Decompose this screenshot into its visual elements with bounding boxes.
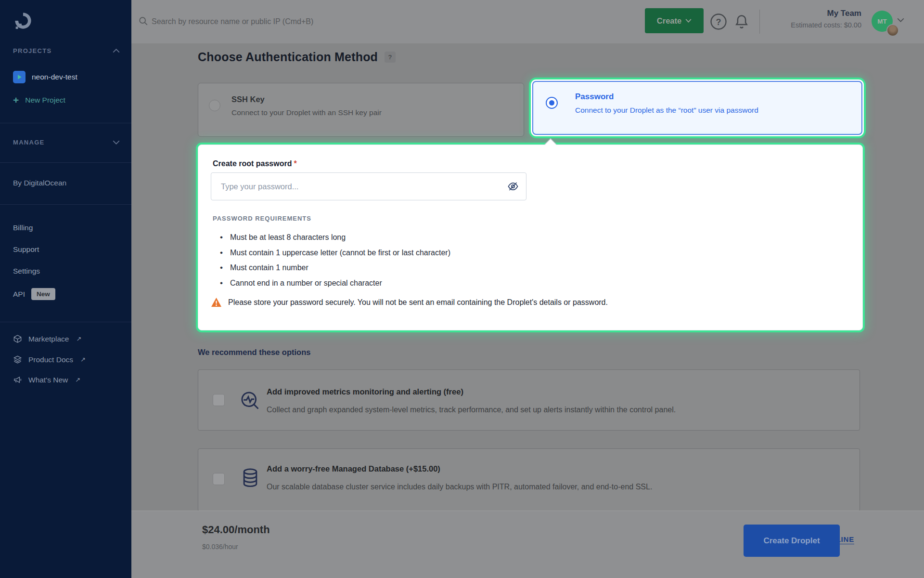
sidebar-section-manage[interactable]: MANAGE [13,139,120,146]
sidebar-item-project[interactable]: neon-dev-test [13,71,120,83]
auth-option-password[interactable]: Password Connect to your Droplet as the … [532,81,862,135]
ssh-radio[interactable] [209,100,220,111]
product-docs-label: Product Docs [28,355,73,364]
chevron-up-icon [113,49,120,53]
layers-icon [13,355,22,364]
sidebar-item-support[interactable]: Support [13,245,120,254]
metrics-monitoring-icon [240,390,261,411]
team-menu[interactable]: My Team Estimated costs: $0.00 [791,9,861,29]
manage-label: MANAGE [13,139,45,146]
api-label: API [13,290,25,299]
form-card-notch [544,138,556,150]
marketplace-label: Marketplace [28,335,69,343]
topbar-divider [759,10,760,34]
sidebar-link-product-docs[interactable]: Product Docs ↗ [13,355,120,364]
sidebar-link-marketplace[interactable]: Marketplace ↗ [13,334,120,343]
password-description: Connect to your Droplet as the “root” us… [575,106,758,115]
new-project-label: New Project [25,96,65,105]
password-warning: Please store your password securely. You… [211,297,608,307]
billing-label: Billing [13,223,33,232]
password-requirements-list: Must be at least 8 characters long Must … [230,230,450,290]
external-link-icon: ↗ [76,335,81,342]
projects-label: PROJECTS [13,47,51,54]
price-monthly: $24.00/month [202,524,270,536]
sidebar-divider [0,123,131,123]
external-link-icon: ↗ [75,376,80,383]
auth-option-ssh-key[interactable]: SSH Key Connect to your Droplet with an … [198,83,524,137]
estimated-costs: Estimated costs: $0.00 [791,21,861,29]
database-icon [240,467,261,488]
price-hourly: $0.036/hour [202,543,238,551]
by-digitalocean-label: By DigitalOcean [13,179,66,187]
requirement-item: Must be at least 8 characters long [230,230,450,245]
requirement-item: Must contain 1 number [230,260,450,276]
recommend-heading: We recommend these options [198,348,310,357]
password-requirements-title: PASSWORD REQUIREMENTS [213,215,311,222]
sidebar-link-whats-new[interactable]: What's New ↗ [13,375,120,384]
footer-bar: $24.00/month $0.036/hour CREATE VIA COMM… [131,511,924,578]
digitalocean-logo-icon [13,11,33,31]
chevron-down-icon [113,140,120,144]
create-button-label: Create [657,16,681,26]
radio-dot [549,100,554,105]
topbar: Create ? My Team Estimated costs: $0.00 … [131,0,924,43]
megaphone-icon [13,375,22,384]
requirement-item: Must contain 1 uppercase letter (cannot … [230,245,450,261]
heading-help-icon[interactable]: ? [385,52,396,63]
project-name: neon-dev-test [32,73,77,81]
search-icon [139,16,148,26]
chevron-down-icon [685,19,692,23]
search-input[interactable] [151,13,449,31]
cube-icon [13,334,22,343]
sidebar-item-by-digitalocean[interactable]: By DigitalOcean [13,179,120,187]
ssh-description: Connect to your Droplet with an SSH key … [231,108,382,117]
sidebar: PROJECTS neon-dev-test + New Project MAN… [0,0,131,578]
sidebar-item-billing[interactable]: Billing [13,223,120,232]
sidebar-divider [0,162,131,163]
avatar-initials: MT [877,18,887,25]
password-radio-selected[interactable] [546,97,558,109]
notifications-bell-icon[interactable] [734,13,750,30]
password-field-label: Create root password* [213,159,297,168]
create-button[interactable]: Create [645,8,704,33]
plus-icon: + [13,97,19,104]
ssh-title: SSH Key [231,95,265,104]
metrics-checkbox[interactable] [213,394,225,406]
whats-new-label: What's New [28,376,68,384]
sidebar-item-settings[interactable]: Settings [13,267,120,276]
api-new-badge: New [31,288,55,300]
option-managed-database[interactable]: Add a worry-free Managed Database (+$15.… [198,448,860,512]
create-droplet-button[interactable]: Create Droplet [744,525,840,557]
settings-label: Settings [13,267,40,276]
sidebar-item-api[interactable]: API New [13,288,120,300]
metrics-description: Collect and graph expanded system-level … [267,406,676,414]
project-icon [13,71,26,83]
external-link-icon: ↗ [80,356,86,363]
page-heading: Choose Authentication Method ? [198,50,396,64]
digitalocean-logo[interactable] [13,11,120,31]
root-password-input[interactable] [211,172,526,200]
database-title: Add a worry-free Managed Database (+$15.… [267,464,440,473]
database-checkbox[interactable] [213,473,225,485]
support-label: Support [13,245,39,254]
sidebar-divider [0,322,131,322]
toggle-password-visibility-icon[interactable] [507,181,519,192]
database-description: Our scalable database cluster service in… [267,483,652,491]
sidebar-item-new-project[interactable]: + New Project [13,96,120,105]
chevron-down-icon[interactable] [897,18,904,22]
help-icon[interactable]: ? [710,13,727,30]
main-content: Choose Authentication Method ? SSH Key C… [131,43,924,511]
sidebar-divider [0,204,131,205]
password-label-text: Create root password [213,159,292,168]
warning-text: Please store your password securely. You… [228,298,608,307]
warning-icon [211,297,222,307]
required-asterisk: * [294,159,296,168]
password-form-card: Create root password* PASSWORD REQUIREME… [198,144,863,330]
user-avatar[interactable] [886,24,899,37]
page-title: Choose Authentication Method [198,50,378,64]
option-metrics-monitoring[interactable]: Add improved metrics monitoring and aler… [198,369,860,431]
password-title: Password [575,92,614,102]
svg-text:?: ? [716,17,721,27]
metrics-title: Add improved metrics monitoring and aler… [267,387,463,396]
sidebar-section-projects[interactable]: PROJECTS [13,47,120,54]
